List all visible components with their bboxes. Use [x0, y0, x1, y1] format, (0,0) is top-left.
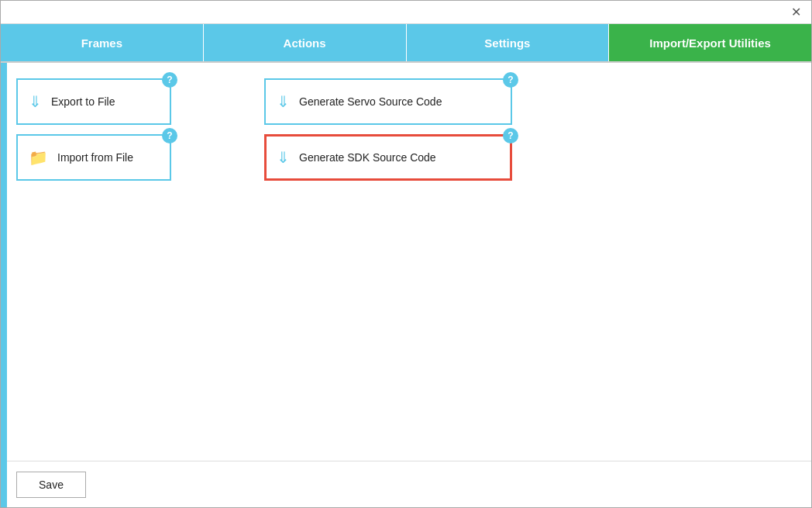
generate-sdk-button[interactable]: ⇓ Generate SDK Source Code ?	[264, 134, 512, 181]
content-area: ⇓ Export to File ? 📁 Import from File ? …	[1, 63, 811, 461]
tab-settings[interactable]: Settings	[407, 24, 610, 61]
servo-download-icon: ⇓	[277, 92, 290, 111]
tab-frames[interactable]: Frames	[1, 24, 204, 61]
generate-servo-button[interactable]: ⇓ Generate Servo Source Code ?	[264, 78, 512, 125]
import-from-file-button[interactable]: 📁 Import from File ?	[16, 134, 171, 181]
export-to-file-label: Export to File	[51, 95, 115, 108]
main-window: ✕ Frames Actions Settings Import/Export …	[0, 0, 812, 508]
generate-servo-label: Generate Servo Source Code	[299, 95, 442, 108]
footer: Save	[1, 461, 811, 507]
left-button-column: ⇓ Export to File ? 📁 Import from File ?	[16, 78, 171, 181]
export-to-file-button[interactable]: ⇓ Export to File ?	[16, 78, 171, 125]
tab-import-export[interactable]: Import/Export Utilities	[609, 24, 811, 61]
tab-bar: Frames Actions Settings Import/Export Ut…	[1, 24, 811, 63]
tab-actions[interactable]: Actions	[204, 24, 407, 61]
servo-help-badge[interactable]: ?	[503, 72, 518, 88]
folder-icon: 📁	[29, 148, 48, 167]
import-from-file-label: Import from File	[57, 151, 133, 164]
generate-sdk-label: Generate SDK Source Code	[299, 151, 436, 164]
close-button[interactable]: ✕	[788, 5, 803, 20]
button-grid: ⇓ Export to File ? 📁 Import from File ? …	[16, 78, 796, 181]
download-icon: ⇓	[29, 92, 42, 111]
sdk-download-icon: ⇓	[277, 148, 290, 167]
import-help-badge[interactable]: ?	[162, 128, 177, 143]
title-bar: ✕	[1, 1, 811, 24]
export-help-badge[interactable]: ?	[162, 72, 177, 88]
save-button[interactable]: Save	[16, 472, 86, 498]
right-button-column: ⇓ Generate Servo Source Code ? ⇓ Generat…	[264, 78, 512, 181]
sdk-help-badge[interactable]: ?	[503, 128, 518, 143]
